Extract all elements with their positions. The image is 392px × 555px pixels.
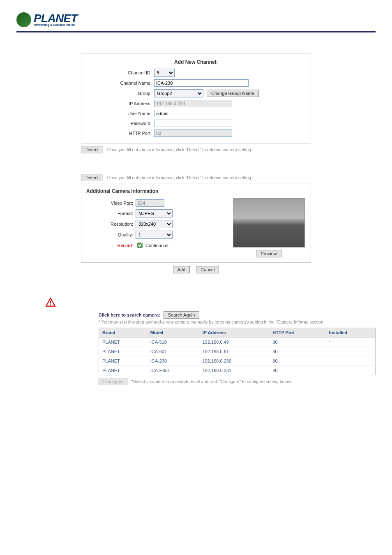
col-port: HTTP Port [269, 328, 325, 338]
cell-model: ICA-230 [147, 356, 199, 366]
col-model: Model [147, 328, 199, 338]
logo-text: PLANET Networking & Communication [34, 13, 77, 26]
channel-id-select[interactable]: 5 [154, 69, 175, 77]
cell-model: ICA-H651 [147, 366, 199, 375]
password-input[interactable] [154, 120, 232, 127]
logo-main: PLANET [34, 13, 77, 23]
ip-address-input [154, 100, 232, 107]
channel-name-input[interactable] [154, 79, 249, 87]
header-divider [16, 31, 376, 32]
detect-button[interactable]: Detect [81, 146, 103, 153]
channel-id-label: Channel ID: [86, 70, 154, 75]
resolution-label: Resolution: [86, 222, 136, 227]
record-label: Record: [86, 243, 136, 248]
quality-select[interactable]: 1 [136, 231, 173, 239]
http-port-input [154, 130, 232, 137]
cell-model: ICA-601 [147, 347, 199, 356]
cell-ip: 192.168.0.231 [199, 366, 270, 375]
channel-name-label: Channel Name: [86, 81, 154, 86]
video-port-input [136, 199, 164, 207]
cell-ip: 192.168.0.49 [199, 338, 270, 347]
search-again-button[interactable]: Search Again [164, 311, 199, 319]
configure-hint: *Select a camera from search result and … [131, 379, 292, 384]
cell-ip: 192.168.0.230 [199, 356, 270, 366]
configure-button[interactable]: Configure [99, 378, 127, 385]
warning-icon [45, 297, 376, 309]
col-brand: Brand [99, 328, 147, 338]
cancel-button[interactable]: Cancel [196, 266, 219, 273]
format-select[interactable]: MJPEG [136, 209, 173, 217]
cell-brand: PLANET [99, 347, 147, 356]
record-continuous-checkbox[interactable] [137, 243, 143, 248]
search-camera-section: Click here to search camera: Search Agai… [99, 311, 376, 385]
globe-icon [16, 12, 31, 27]
col-installed: Installed [326, 328, 376, 338]
col-ip: IP Address [199, 328, 270, 338]
cell-port: 80 [269, 338, 325, 347]
video-port-label: Video Port: [86, 201, 136, 206]
add-new-channel-panel: Add New Channel: Channel ID: 5 Channel N… [81, 53, 311, 143]
resolution-select[interactable]: 320x240 [136, 220, 173, 228]
record-continuous-label: Continuous [145, 243, 168, 248]
format-label: Format: [86, 211, 136, 216]
group-select[interactable]: Group2 [154, 89, 203, 97]
password-label: Password: [86, 121, 154, 126]
brand-logo: PLANET Networking & Communication [16, 12, 376, 27]
cell-installed [326, 366, 376, 375]
cell-installed: * [326, 338, 376, 347]
cell-port: 80 [269, 347, 325, 356]
additional-info-panel: Additional Camera Information Video Port… [81, 183, 311, 263]
panel-title: Add New Channel: [86, 57, 306, 67]
table-row[interactable]: PLANETICA-H651192.168.0.23180 [99, 366, 376, 375]
http-port-label: HTTP Port: [86, 131, 154, 136]
cell-brand: PLANET [99, 366, 147, 375]
cell-port: 80 [269, 366, 325, 375]
svg-point-0 [50, 304, 51, 305]
quality-label: Quality: [86, 232, 136, 237]
add-button[interactable]: Add [173, 266, 190, 273]
cell-brand: PLANET [99, 338, 147, 347]
search-camera-label: Click here to search camera: [99, 312, 160, 317]
detect-hint: Once you fill out above information, cli… [107, 147, 251, 152]
group-label: Group: [86, 91, 154, 96]
cell-brand: PLANET [99, 356, 147, 366]
additional-info-section: Detect Once you fill out above informati… [81, 174, 311, 277]
additional-info-title: Additional Camera Information [86, 187, 306, 198]
search-results-table: Brand Model IP Address HTTP Port Install… [99, 328, 376, 375]
table-row[interactable]: PLANETICA-601192.168.0.6180 [99, 347, 376, 356]
camera-preview-image [233, 198, 305, 247]
cell-model: ICA-510 [147, 338, 199, 347]
ip-address-label: IP Address: [86, 101, 154, 106]
search-note: * You may skip this step and add a new c… [99, 319, 376, 324]
user-name-input[interactable] [154, 110, 232, 117]
preview-button[interactable]: Preview [256, 250, 281, 257]
cell-installed [326, 347, 376, 356]
logo-tagline: Networking & Communication [34, 23, 77, 26]
table-row[interactable]: PLANETICA-510192.168.0.4980* [99, 338, 376, 347]
detect-hint-2: Once you fill out above information, cli… [107, 175, 251, 180]
cell-ip: 192.168.0.61 [199, 347, 270, 356]
add-new-channel-section: Add New Channel: Channel ID: 5 Channel N… [81, 53, 311, 153]
table-row[interactable]: PLANETICA-230192.168.0.23080 [99, 356, 376, 366]
detect-button-2[interactable]: Detect [81, 174, 103, 181]
cell-installed [326, 356, 376, 366]
page-header: PLANET Networking & Communication [16, 12, 376, 27]
cell-port: 80 [269, 356, 325, 366]
change-group-name-button[interactable]: Change Group Name [207, 90, 259, 97]
user-name-label: User Name: [86, 111, 154, 116]
